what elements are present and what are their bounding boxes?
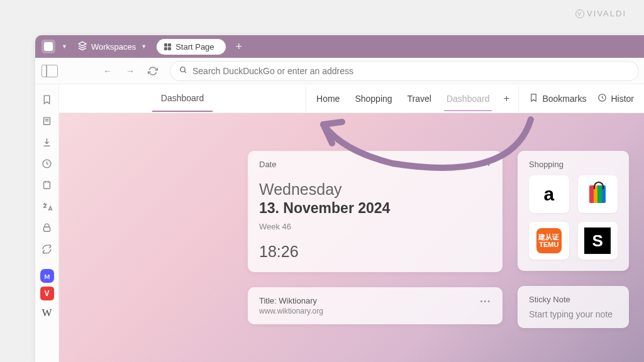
chevron-down-icon[interactable]: ▼ [62, 43, 67, 50]
history-panel-icon[interactable] [38, 155, 56, 172]
watermark-text: VIVALDI [587, 9, 626, 18]
dashboard-col-right: Shopping a 建从证TEMU S Sticky Note Start t… [518, 151, 629, 362]
bookmarks-panel-icon[interactable] [38, 90, 56, 108]
vivaldi-icon [44, 42, 53, 51]
history-link[interactable]: Histor [597, 93, 634, 104]
date-widget: Date ••• Wednesday 13. November 2024 Wee… [248, 151, 502, 272]
titlebar: ▼ Workspaces ▼ Start Page + [35, 35, 644, 58]
nav-tab-travel[interactable]: Travel [400, 86, 439, 111]
notes-panel-icon[interactable] [38, 176, 56, 194]
panel-toggle-button[interactable] [40, 62, 59, 80]
feed-url: www.wiktionary.org [259, 307, 491, 315]
speed-dial-tabs: Home Shopping Travel Dashboard + [306, 86, 519, 111]
window-panel-icon[interactable] [38, 219, 56, 236]
new-tab-button[interactable]: + [231, 40, 248, 53]
browser-window: ▼ Workspaces ▼ Start Page + ← → [35, 35, 644, 362]
tab-label: Start Page [175, 42, 214, 52]
svg-rect-7 [44, 227, 50, 231]
reading-list-icon[interactable] [38, 112, 56, 129]
sticky-note-widget[interactable]: Sticky Note Start typing your note [518, 286, 629, 328]
panel-toggle-icon [42, 65, 58, 77]
quick-links: Bookmarks Histor [519, 93, 644, 104]
back-button[interactable]: ← [98, 62, 117, 80]
grid-icon [164, 43, 171, 50]
side-panel: ᴍ V W [35, 84, 59, 362]
shein-logo: S [584, 228, 611, 254]
nav-tab-dashboard-active[interactable]: Dashboard [152, 85, 213, 112]
bag-icon [589, 185, 606, 203]
tile-shein[interactable]: S [578, 222, 618, 260]
shopping-widget: Shopping a 建从证TEMU S [518, 151, 629, 271]
bookmarks-label: Bookmarks [542, 94, 586, 104]
tile-shopping-bag[interactable] [578, 175, 618, 213]
main-area: ᴍ V W Dashboard Home Shopping Travel Das… [35, 84, 644, 362]
bookmarks-link[interactable]: Bookmarks [529, 93, 586, 104]
temu-logo: 建从证TEMU [536, 228, 562, 253]
vivaldi-watermark: V VIVALDI [575, 9, 626, 18]
address-input[interactable] [192, 66, 630, 76]
widget-more-button[interactable]: ••• [480, 161, 491, 168]
history-label: Histor [611, 94, 634, 104]
mastodon-panel-icon[interactable]: ᴍ [40, 269, 54, 283]
svg-line-1 [184, 71, 186, 73]
tile-temu[interactable]: 建从证TEMU [529, 222, 569, 260]
workspaces-label: Workspaces [91, 42, 136, 52]
nav-tab-home[interactable]: Home [309, 86, 347, 111]
date-weekday: Wednesday [259, 180, 491, 199]
feed-widget: Title: Wiktionary ••• www.wiktionary.org [248, 287, 502, 324]
bookmark-icon [529, 93, 538, 104]
sticky-title: Sticky Note [529, 295, 618, 304]
vivaldi-logo-icon: V [575, 9, 584, 18]
address-bar[interactable] [170, 61, 639, 81]
tab-start-page[interactable]: Start Page [157, 39, 225, 55]
navbar: ← → [35, 58, 644, 84]
forward-button[interactable]: → [121, 62, 140, 80]
translate-panel-icon[interactable] [38, 197, 56, 215]
history-icon [597, 93, 607, 104]
feed-title: Title: Wiktionary [259, 296, 317, 305]
search-icon [179, 66, 187, 76]
nav-tab-shopping[interactable]: Shopping [347, 86, 399, 111]
card-header: Date ••• [259, 160, 491, 169]
shopping-widget-title: Shopping [529, 160, 618, 169]
chevron-down-icon: ▼ [141, 43, 147, 50]
vivaldi-social-icon[interactable]: V [40, 287, 54, 300]
nav-tab-dashboard[interactable]: Dashboard [439, 86, 497, 111]
speed-dial-nav: Dashboard Home Shopping Travel Dashboard… [59, 84, 644, 113]
content-area: Dashboard Home Shopping Travel Dashboard… [59, 84, 644, 362]
sticky-placeholder: Start typing your note [529, 309, 618, 319]
date-widget-title: Date [259, 160, 276, 169]
date-full: 13. November 2024 [259, 200, 491, 217]
add-dial-button[interactable]: + [497, 92, 516, 105]
dashboard: Date ••• Wednesday 13. November 2024 Wee… [59, 113, 644, 362]
tile-amazon[interactable]: a [529, 175, 569, 213]
downloads-panel-icon[interactable] [38, 133, 56, 151]
nav-left: Dashboard [59, 85, 306, 112]
stack-icon [77, 41, 87, 53]
workspaces-selector[interactable]: Workspaces ▼ [72, 38, 152, 55]
svg-rect-6 [44, 181, 50, 188]
date-time: 18:26 [259, 243, 491, 261]
shopping-grid: a 建从证TEMU S [529, 175, 618, 260]
sessions-panel-icon[interactable] [38, 240, 56, 258]
date-week: Week 46 [259, 222, 491, 231]
vivaldi-menu-button[interactable] [42, 40, 55, 53]
wikipedia-panel-icon[interactable]: W [38, 304, 56, 322]
amazon-logo: a [543, 184, 554, 205]
reload-button[interactable] [143, 62, 162, 80]
widget-more-button[interactable]: ••• [480, 297, 491, 305]
dashboard-col-left: Date ••• Wednesday 13. November 2024 Wee… [248, 151, 502, 362]
svg-point-0 [180, 67, 186, 72]
